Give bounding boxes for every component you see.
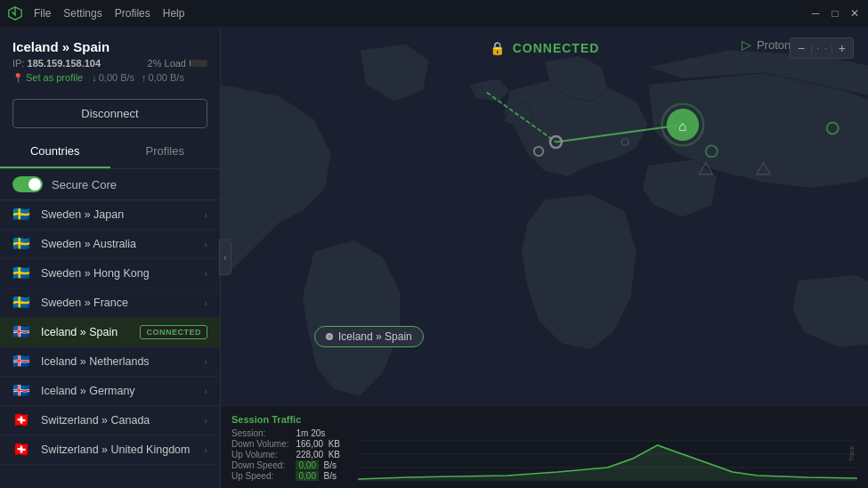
tab-countries[interactable]: Countries: [0, 135, 110, 168]
server-list-item[interactable]: 🇮🇸 Iceland » Germany ›: [0, 377, 220, 406]
up-vol-label: Up Volume:: [231, 450, 288, 460]
server-list-item[interactable]: 🇸🇪 Sweden » France ›: [0, 289, 220, 318]
down-speed: ↓ 0,00 B/s: [92, 72, 134, 83]
zoom-separator2: ·: [815, 44, 821, 53]
minimize-button[interactable]: ─: [809, 7, 822, 20]
chevron-right-icon: ›: [204, 415, 207, 426]
connection-info: Iceland » Spain IP: 185.159.158.104 2% L…: [0, 27, 220, 92]
ip-address: 185.159.158.104: [28, 58, 101, 69]
traffic-title: Session Traffic: [231, 414, 340, 425]
zoom-in-button[interactable]: +: [835, 40, 849, 56]
chevron-right-icon: ›: [204, 209, 207, 220]
set-profile-link[interactable]: 📍 Set as profile: [12, 72, 83, 83]
session-value: 1m 20s: [296, 428, 339, 438]
title-bar-left: File Settings Profiles Help: [7, 5, 184, 21]
server-item-label: Iceland » Germany: [41, 385, 195, 397]
server-list-item[interactable]: 🇸🇪 Sweden » Hong Kong ›: [0, 259, 220, 289]
window-controls: ─ □ ✕: [809, 7, 861, 20]
set-profile-label: Set as profile: [26, 72, 83, 83]
title-bar: File Settings Profiles Help ─ □ ✕: [0, 0, 868, 27]
menu-help[interactable]: Help: [163, 7, 185, 20]
session-traffic-panel: Session Traffic Session: 1m 20s Down Vol…: [221, 407, 868, 488]
server-location-tooltip: Iceland » Spain: [314, 326, 424, 347]
server-list-item[interactable]: 🇨🇭 Switzerland » Canada ›: [0, 406, 220, 435]
chart-track-label: Track: [845, 427, 857, 481]
server-item-label: Sweden » Australia: [41, 238, 195, 250]
disconnect-button[interactable]: Disconnect: [12, 99, 207, 128]
ip-label: IP: 185.159.158.104: [12, 58, 101, 69]
down-speed-value: 0,00 B/s: [296, 460, 339, 470]
connected-server-name: Iceland » Spain: [12, 39, 207, 54]
down-vol-value: 166,00 KB: [296, 439, 339, 449]
zoom-separator4: |: [831, 42, 833, 54]
up-speed-label: Up Speed:: [231, 471, 288, 481]
up-speed-value: 0,00 B/s: [296, 471, 339, 481]
zoom-out-button[interactable]: −: [794, 40, 808, 56]
zoom-separator3: ·: [823, 44, 829, 53]
chevron-right-icon: ›: [204, 239, 207, 249]
server-item-label: Switzerland » Canada: [41, 414, 195, 427]
menu-settings[interactable]: Settings: [63, 7, 101, 20]
server-item-label: Iceland » Netherlands: [41, 355, 195, 368]
up-vol-value: 228,00 KB: [296, 450, 339, 460]
ip-row: IP: 185.159.158.104 2% Load: [12, 58, 207, 69]
load-bar: [190, 60, 207, 67]
map-area: ⌂ 🔒 CONNECTED Iceland » Spain ▷ ProtonVP…: [221, 27, 868, 488]
profile-row: 📍 Set as profile ↓ 0,00 B/s ↑ 0,00 B/s: [12, 72, 207, 83]
server-item-label: Sweden » Hong Kong: [41, 267, 195, 280]
chevron-right-icon: ›: [204, 297, 207, 308]
down-speed-label: Down Speed:: [231, 460, 288, 470]
chevron-right-icon: ›: [204, 356, 207, 367]
sidebar-tabs: Countries Profiles: [0, 135, 220, 169]
lock-icon: 🔒: [490, 41, 506, 55]
flag-icon: 🇮🇸: [12, 325, 32, 339]
flag-icon: 🇸🇪: [12, 237, 32, 251]
flag-icon: 🇸🇪: [12, 266, 32, 281]
up-speed-number: 0,00: [296, 471, 318, 481]
chevron-right-icon: ›: [204, 268, 207, 279]
connected-label: CONNECTED: [513, 41, 600, 55]
up-speed: ↑ 0,00 B/s: [142, 72, 184, 83]
tab-profiles[interactable]: Profiles: [110, 135, 221, 168]
sidebar: Iceland » Spain IP: 185.159.158.104 2% L…: [0, 27, 221, 488]
load-label: 2% Load: [148, 58, 186, 69]
server-list-item[interactable]: 🇸🇪 Sweden » Japan ›: [0, 200, 220, 230]
server-list-item[interactable]: 🇸🇪 Sweden » Australia ›: [0, 230, 220, 259]
traffic-info: Session Traffic Session: 1m 20s Down Vol…: [231, 414, 340, 481]
load-indicator: 2% Load: [148, 58, 207, 69]
down-vol-label: Down Volume:: [231, 439, 288, 449]
flag-icon: 🇮🇸: [12, 354, 32, 369]
up-speed-value: 0,00 B/s: [149, 72, 184, 83]
server-list-item[interactable]: 🇮🇸 Iceland » Netherlands ›: [0, 347, 220, 377]
server-item-label: Sweden » Japan: [41, 208, 195, 221]
traffic-chart: Track: [358, 427, 857, 481]
flag-icon: 🇨🇭: [12, 443, 32, 457]
secure-core-label: Secure Core: [52, 178, 117, 191]
proton-logo-icon: ▷: [742, 37, 751, 52]
tooltip-server-label: Iceland » Spain: [338, 330, 412, 343]
collapse-sidebar-button[interactable]: ‹: [219, 240, 231, 275]
toggle-knob: [28, 178, 41, 191]
traffic-table: Session: 1m 20s Down Volume: 166,00 KB U…: [231, 428, 340, 481]
menu-profiles[interactable]: Profiles: [115, 7, 150, 20]
server-list-item[interactable]: 🇨🇭 Switzerland » United Kingdom ›: [0, 435, 220, 465]
session-label: Session:: [231, 428, 288, 438]
server-item-label: Switzerland » United Kingdom: [41, 443, 195, 456]
zoom-controls: − | · · | +: [790, 37, 854, 59]
secure-core-toggle[interactable]: [12, 176, 43, 192]
server-item-label: Iceland » Spain: [41, 326, 131, 338]
zoom-separator: |: [810, 42, 813, 54]
close-button[interactable]: ✕: [848, 7, 861, 20]
connected-badge: CONNECTED: [140, 325, 207, 339]
main-layout: Iceland » Spain IP: 185.159.158.104 2% L…: [0, 27, 868, 488]
app-logo-icon: [7, 5, 23, 21]
server-list-item[interactable]: 🇮🇸 Iceland » Spain CONNECTED: [0, 318, 220, 347]
chart-svg: [358, 427, 857, 481]
down-speed-number: 0,00: [296, 460, 318, 470]
secure-core-row: Secure Core: [0, 169, 220, 200]
menu-bar: File Settings Profiles Help: [34, 7, 184, 20]
down-arrow-icon: ↓: [92, 72, 97, 83]
maximize-button[interactable]: □: [829, 7, 841, 20]
menu-file[interactable]: File: [34, 7, 51, 20]
down-speed-value: 0,00 B/s: [99, 72, 134, 83]
